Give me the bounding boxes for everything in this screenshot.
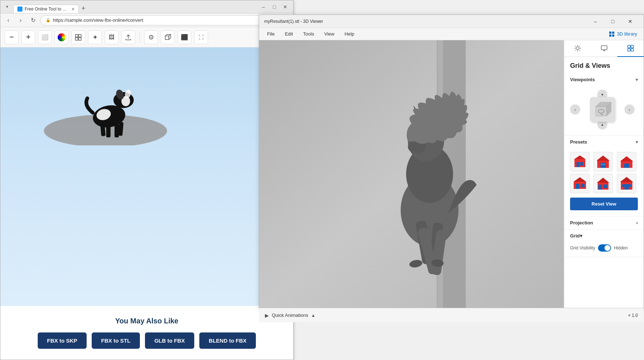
3d-library-icon — [609, 31, 615, 37]
recommendations-title: You May Also Like — [8, 317, 286, 325]
viewer-minimize-btn[interactable]: – — [587, 16, 604, 27]
grid-visibility-row: Grid Visibility Hidden — [564, 242, 644, 257]
browser-tab-active[interactable]: Free Online Tool to View 3D F8... ✕ — [13, 5, 79, 13]
browser-titlebar: ▾ Free Online Tool to View 3D F8... ✕ + … — [0, 0, 293, 13]
reset-view-btn[interactable]: Reset View — [570, 198, 638, 210]
projection-section: Projection ‹ — [564, 216, 644, 229]
browser-content: − + ⬜ ✦ 🖼 ⚙ ⬛ ⛶ — [0, 27, 293, 360]
preset-item-5[interactable] — [593, 174, 613, 193]
preset-house-4-svg — [572, 176, 587, 191]
quick-animations-label: Quick Animations — [272, 313, 308, 318]
preset-item-3[interactable] — [617, 152, 636, 171]
menu-help[interactable]: Help — [340, 30, 359, 38]
viewer-app-title: myResultant(1).stl - 3D Viewer — [264, 19, 584, 24]
upload-btn[interactable] — [121, 30, 135, 44]
viewer-menubar: File Edit Tools View Help 3D library — [259, 28, 644, 40]
browser-win-controls: – □ ✕ — [258, 2, 290, 12]
svg-marker-61 — [597, 156, 610, 161]
preset-house-6-svg — [619, 176, 634, 191]
panel-icon-grid[interactable] — [617, 40, 644, 57]
3d-library-btn[interactable]: 3D library — [606, 30, 640, 38]
menu-view[interactable]: View — [320, 30, 339, 38]
svg-line-41 — [579, 50, 580, 50]
svg-rect-2 — [75, 38, 78, 40]
back-btn[interactable]: ‹ — [3, 15, 13, 25]
refresh-btn[interactable]: ↻ — [28, 15, 38, 25]
new-tab-btn[interactable]: + — [79, 4, 88, 13]
svg-marker-59 — [574, 156, 585, 159]
main-viewport[interactable] — [259, 40, 564, 308]
zoom-out-btn[interactable]: − — [5, 30, 18, 44]
blend-to-fbx-btn[interactable]: BLEND to FBX — [199, 332, 256, 349]
tab-dropdown-btn[interactable]: ▾ — [3, 3, 11, 11]
fbx-to-stl-btn[interactable]: FBX to STL — [92, 332, 140, 349]
address-bar[interactable]: 🔒 https://sample.com/view-fbx-online#con… — [40, 15, 290, 25]
viewer-maximize-btn[interactable]: □ — [604, 16, 621, 27]
svg-rect-16 — [609, 32, 611, 34]
lighting-btn[interactable]: ✦ — [88, 30, 102, 44]
presets-section: Presets ▾ — [564, 136, 644, 216]
svg-marker-66 — [620, 156, 633, 161]
image-btn[interactable]: 🖼 — [105, 30, 119, 44]
model-area — [259, 40, 564, 308]
viewer-bottom-bar: ▶ Quick Animations ▲ × 1.0 — [259, 308, 644, 322]
preset-item-4[interactable] — [570, 174, 590, 193]
svg-line-40 — [575, 46, 576, 46]
perspective-btn[interactable]: ⬛ — [178, 30, 191, 44]
fbx-to-skp-btn[interactable]: FBX to SKP — [38, 332, 87, 349]
projection-chevron: ‹ — [636, 220, 638, 225]
viewpoints-right-arrow[interactable]: ‹ — [624, 104, 635, 115]
svg-rect-47 — [628, 45, 630, 48]
presets-header[interactable]: Presets ▾ — [564, 136, 644, 148]
settings-btn[interactable]: ⚙ — [144, 30, 158, 44]
svg-marker-69 — [574, 177, 586, 182]
menu-tools[interactable]: Tools — [299, 30, 318, 38]
browser-minimize-btn[interactable]: – — [258, 2, 269, 12]
svg-rect-58 — [580, 162, 583, 166]
lock-icon: 🔒 — [46, 18, 51, 22]
grid-section-header[interactable]: Grid ▾ — [564, 229, 644, 242]
forward-btn[interactable]: › — [16, 15, 26, 25]
svg-line-43 — [579, 46, 580, 46]
frame-btn[interactable]: ⬜ — [38, 30, 52, 44]
preset-item-6[interactable] — [617, 174, 636, 193]
browser-viewer-toolbar: − + ⬜ ✦ 🖼 ⚙ ⬛ ⛶ — [0, 27, 293, 47]
preset-house-3-svg — [619, 154, 634, 169]
svg-point-35 — [576, 47, 579, 50]
browser-maximize-btn[interactable]: □ — [269, 2, 279, 12]
svg-rect-67 — [624, 164, 629, 168]
color-palette-btn[interactable] — [55, 30, 68, 44]
nav-cube[interactable] — [590, 97, 615, 122]
tab-close-btn[interactable]: ✕ — [71, 7, 75, 12]
grid-visibility-toggle[interactable] — [598, 244, 611, 252]
menu-edit[interactable]: Edit — [281, 30, 297, 38]
grid-section: Grid ▾ Grid Visibility Hidden — [564, 229, 644, 257]
quick-animations-chevron[interactable]: ▲ — [311, 313, 315, 318]
viewer-titlebar: myResultant(1).stl - 3D Viewer – □ ✕ — [259, 15, 644, 28]
viewpoints-header[interactable]: Viewpoints ▾ — [564, 73, 644, 86]
svg-rect-78 — [624, 184, 629, 190]
glb-to-fbx-btn[interactable]: GLB to FBX — [145, 332, 194, 349]
svg-rect-49 — [628, 49, 630, 51]
viewpoints-chevron: ▾ — [636, 77, 638, 82]
browser-close-btn[interactable]: ✕ — [280, 2, 290, 12]
tab-favicon — [17, 7, 22, 12]
preset-item-1[interactable] — [570, 152, 590, 171]
preset-item-2[interactable] — [593, 152, 613, 171]
projection-header[interactable]: Projection ‹ — [564, 216, 644, 229]
viewer-win-controls: – □ ✕ — [587, 16, 639, 27]
scene-canvas[interactable] — [0, 47, 293, 306]
menu-file[interactable]: File — [263, 30, 279, 38]
fullscreen-btn[interactable]: ⛶ — [194, 30, 208, 44]
recommendations-section: You May Also Like FBX to SKP FBX to STL … — [0, 306, 293, 360]
panel-icon-monitor[interactable] — [591, 40, 617, 57]
panel-heading: Grid & Views — [564, 57, 644, 73]
zoom-in-btn[interactable]: + — [21, 30, 35, 44]
viewer-close-btn[interactable]: ✕ — [622, 16, 639, 27]
svg-rect-74 — [598, 185, 602, 190]
panel-icon-sun[interactable] — [564, 40, 591, 57]
viewpoints-left-arrow[interactable]: › — [570, 104, 580, 115]
preset-house-1-svg — [572, 154, 587, 169]
view-cube-btn[interactable] — [161, 30, 175, 44]
grid-btn[interactable] — [71, 30, 85, 44]
